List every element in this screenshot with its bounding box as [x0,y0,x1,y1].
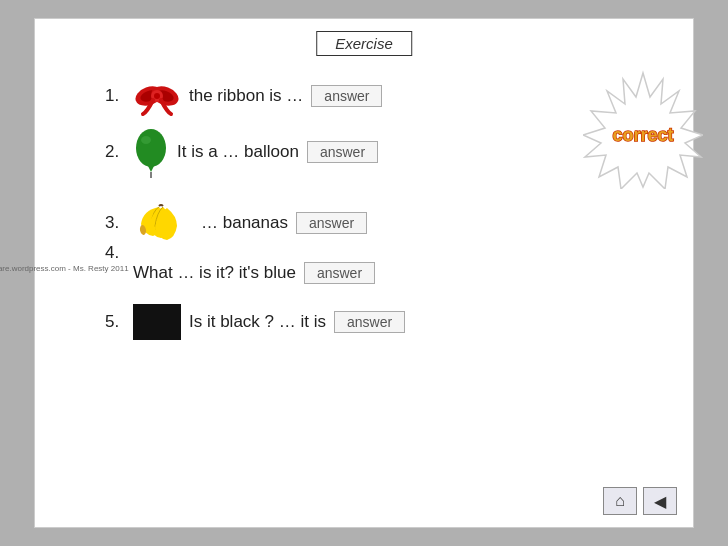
black-rectangle-icon [133,304,181,340]
q5-text: Is it black ? … it is [189,312,326,332]
q1-text: the ribbon is … [189,86,303,106]
question-row-2: 2. It is a … balloon answer [105,126,673,178]
svg-point-9 [141,136,151,144]
q1-number: 1. [105,86,133,106]
content-area: 1. the ribbon is [105,74,673,477]
q3-image [133,202,193,244]
q4e-number: 4. [105,243,133,263]
q2-answer-btn[interactable]: answer [307,141,378,163]
question-row-3: 3. … bananas a [105,202,673,244]
q4-text: What … is it? it's blue [133,263,296,283]
bow-icon [133,74,181,118]
back-button[interactable]: ◀ [643,487,677,515]
q5-image [133,304,181,340]
q5-number: 5. [105,312,133,332]
nav-buttons: ⌂ ◀ [603,487,677,515]
q5-answer-btn[interactable]: answer [334,311,405,333]
q2-number: 2. [105,142,133,162]
question-row-4: 4. What … is it? it's blue answer [105,262,673,284]
q3-answer-btn[interactable]: answer [296,212,367,234]
q3-number: 3. [105,213,133,233]
question-row-5: 5. Is it black ? … it is answer [105,304,673,340]
exercise-title: Exercise [316,31,412,56]
main-container: http://msrestyshare.wordpress.com - Ms. … [34,18,694,528]
q3-text: … bananas [201,213,288,233]
balloon-icon [133,126,169,178]
question-row-4-empty: 4. [105,248,673,258]
svg-point-8 [136,129,166,167]
question-row-1: 1. the ribbon is [105,74,673,118]
q2-image [133,126,169,178]
banana-icon [133,202,193,244]
q1-image [133,74,181,118]
q4-answer-btn[interactable]: answer [304,262,375,284]
svg-marker-10 [148,166,154,172]
svg-point-7 [154,93,160,99]
q2-text: It is a … balloon [177,142,299,162]
q1-answer-btn[interactable]: answer [311,85,382,107]
home-button[interactable]: ⌂ [603,487,637,515]
